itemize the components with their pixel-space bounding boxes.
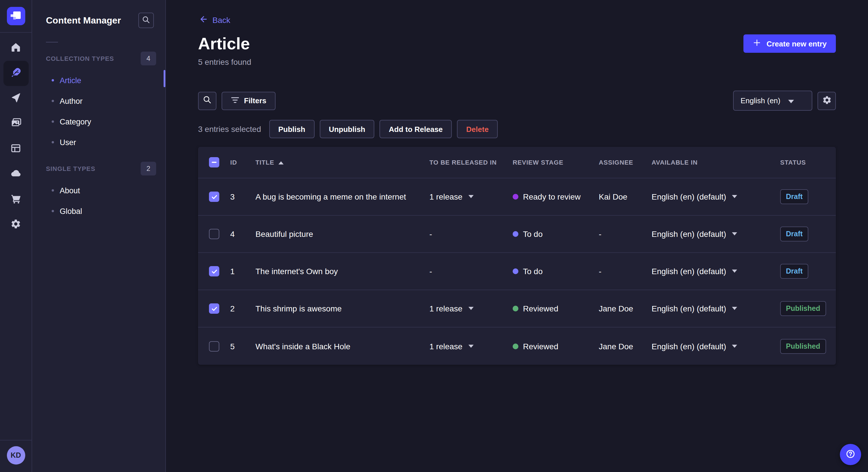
row-release-dropdown[interactable]: -: [429, 267, 513, 276]
bullet-icon: [52, 141, 54, 143]
row-checkbox[interactable]: [209, 229, 219, 239]
column-header-status[interactable]: STATUS: [780, 159, 836, 166]
marketplace-nav-item[interactable]: [3, 187, 28, 212]
row-id: 1: [230, 267, 255, 276]
publish-button[interactable]: Publish: [269, 120, 314, 138]
sidebar-item-article[interactable]: Article: [32, 70, 165, 91]
table-row[interactable]: 2 This shrimp is awesome 1 release Revie…: [198, 290, 836, 328]
filter-icon: [231, 96, 239, 105]
settings-nav-item[interactable]: [3, 212, 28, 237]
sidebar-item-user[interactable]: User: [32, 132, 165, 153]
content-manager-nav-item[interactable]: [3, 61, 28, 86]
column-header-available-in[interactable]: AVAILABLE IN: [652, 159, 780, 166]
row-locale-dropdown[interactable]: English (en) (default): [652, 341, 780, 351]
delete-button[interactable]: Delete: [457, 120, 498, 138]
sidebar-title: Content Manager: [46, 13, 121, 28]
status-badge: Published: [780, 339, 826, 353]
row-checkbox[interactable]: [209, 303, 219, 314]
settings-gear-icon: [10, 218, 21, 231]
sidebar-scrollbar-thumb[interactable]: [164, 70, 165, 87]
table-body: 3 A bug is becoming a meme on the intern…: [198, 178, 836, 365]
cart-icon: [10, 193, 21, 206]
review-stage-dot: [513, 343, 518, 349]
content-manager-sidebar: Content Manager COLLECTION TYPES 4 Artic…: [32, 0, 166, 472]
question-mark-icon: [845, 448, 856, 461]
sidebar-item-author[interactable]: Author: [32, 91, 165, 111]
table-row[interactable]: 1 The internet's Own boy - To do - Engli…: [198, 253, 836, 290]
help-button[interactable]: [840, 444, 861, 465]
layout-icon: [10, 142, 21, 156]
sidebar-item-global[interactable]: Global: [32, 201, 165, 222]
sidebar-item-category[interactable]: Category: [32, 111, 165, 132]
section-count-badge: 2: [141, 162, 156, 175]
media-library-nav-item[interactable]: [3, 111, 28, 136]
sidebar-search-button[interactable]: [138, 12, 154, 28]
column-header-assignee[interactable]: ASSIGNEE: [599, 159, 652, 166]
back-link[interactable]: Back: [198, 15, 230, 25]
sidebar-section: COLLECTION TYPES 4 Article Author Catego…: [32, 52, 165, 153]
row-checkbox[interactable]: [209, 192, 219, 202]
column-header-review-stage[interactable]: REVIEW STAGE: [513, 159, 599, 166]
sidebar-item-label: Article: [60, 76, 81, 85]
row-release-dropdown[interactable]: 1 release: [429, 304, 513, 313]
row-locale-dropdown[interactable]: English (en) (default): [652, 192, 780, 201]
status-badge: Draft: [780, 264, 808, 279]
home-nav-item[interactable]: [3, 36, 28, 61]
search-icon: [203, 95, 212, 106]
row-locale-dropdown[interactable]: English (en) (default): [652, 267, 780, 276]
view-settings-button[interactable]: [817, 92, 836, 110]
user-avatar[interactable]: KD: [7, 446, 25, 465]
sidebar-item-label: Author: [60, 97, 83, 105]
gear-icon: [822, 95, 832, 106]
row-locale-dropdown[interactable]: English (en) (default): [652, 304, 780, 313]
chevron-down-icon: [732, 307, 737, 310]
sidebar-item-about[interactable]: About: [32, 180, 165, 201]
add-to-release-button[interactable]: Add to Release: [379, 120, 452, 138]
chevron-down-icon: [732, 345, 737, 348]
locale-dropdown[interactable]: English (en): [733, 91, 812, 111]
row-locale-dropdown[interactable]: English (en) (default): [652, 229, 780, 239]
create-new-entry-button[interactable]: Create new entry: [743, 34, 836, 53]
sidebar-item-label: About: [60, 186, 80, 195]
main-content: Back Article Create new entry 5 entries …: [166, 0, 868, 472]
row-review-stage: Reviewed: [513, 341, 599, 351]
main-nav-rail: KD: [0, 0, 32, 472]
row-review-stage: Ready to review: [513, 192, 599, 201]
row-release-dropdown[interactable]: 1 release: [429, 192, 513, 201]
row-title: The internet's Own boy: [255, 267, 429, 276]
row-id: 2: [230, 304, 255, 313]
column-header-title[interactable]: TITLE: [255, 159, 429, 166]
row-assignee: -: [599, 267, 652, 276]
strapi-logo-icon[interactable]: [7, 7, 25, 25]
unpublish-button[interactable]: Unpublish: [319, 120, 374, 138]
table-search-button[interactable]: [198, 92, 216, 110]
chevron-down-icon: [732, 270, 737, 273]
back-arrow-icon: [198, 14, 208, 26]
releases-nav-item[interactable]: [3, 86, 28, 111]
cloud-nav-item[interactable]: [3, 162, 28, 187]
review-stage-dot: [513, 194, 518, 200]
plus-icon: [753, 38, 761, 49]
bullet-icon: [52, 210, 54, 212]
sidebar-section: SINGLE TYPES 2 About Global: [32, 162, 165, 222]
column-header-id[interactable]: ID: [230, 159, 255, 166]
row-checkbox[interactable]: [209, 266, 219, 276]
row-id: 4: [230, 229, 255, 239]
review-stage-dot: [513, 306, 518, 311]
filters-button[interactable]: Filters: [222, 92, 276, 110]
table-row[interactable]: 5 What's inside a Black Hole 1 release R…: [198, 328, 836, 365]
chevron-down-icon: [468, 307, 473, 310]
chevron-down-icon: [732, 233, 737, 236]
row-assignee: Jane Doe: [599, 341, 652, 351]
rail-footer: KD: [0, 440, 32, 472]
row-checkbox[interactable]: [209, 341, 219, 351]
select-all-checkbox[interactable]: [209, 157, 219, 167]
status-badge: Draft: [780, 227, 808, 241]
column-header-release[interactable]: TO BE RELEASED IN: [429, 159, 513, 166]
row-release-dropdown[interactable]: 1 release: [429, 341, 513, 351]
sidebar-divider: [46, 42, 58, 42]
table-row[interactable]: 3 A bug is becoming a meme on the intern…: [198, 178, 836, 216]
row-release-dropdown[interactable]: -: [429, 229, 513, 239]
table-row[interactable]: 4 Beautiful picture - To do - English (e…: [198, 216, 836, 253]
content-builder-nav-item[interactable]: [3, 136, 28, 162]
